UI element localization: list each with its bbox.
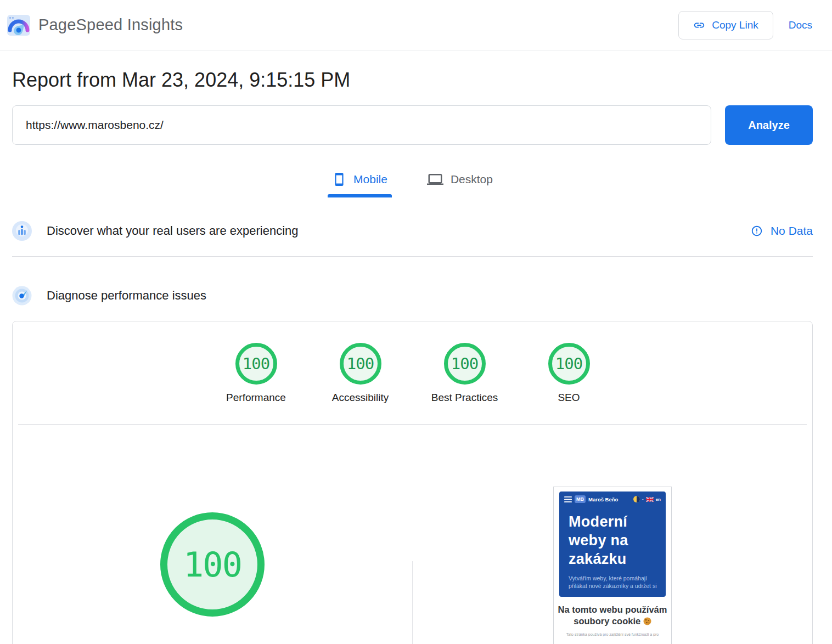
no-data-label: No Data <box>771 224 813 238</box>
toggle-separator: - <box>642 496 644 502</box>
gauge-seo[interactable]: 100 SEO <box>517 343 621 404</box>
copy-link-button[interactable]: Copy Link <box>678 11 773 39</box>
category-scores-row: 100 Performance 100 Accessibility 100 Be… <box>13 321 812 404</box>
score-value: 100 <box>347 354 374 373</box>
real-users-icon <box>12 221 32 241</box>
link-icon <box>693 19 705 31</box>
score-value: 100 <box>243 354 269 373</box>
gauge-circle: 100 <box>340 343 381 385</box>
thumb-hero-subtitle: Vytvářím weby, které pomáhají přilákat n… <box>564 574 661 590</box>
thumb-hero-card: MB Maroš Beňo - <box>559 492 666 597</box>
field-data-title: Discover what your real users are experi… <box>47 224 299 238</box>
gauge-circle: 100 <box>235 343 277 385</box>
final-screenshot-thumbnail[interactable]: MB Maroš Beňo - <box>553 487 672 644</box>
results-card: 100 Performance 100 Accessibility 100 Be… <box>12 321 813 644</box>
thumb-cookie-fine-print: Tato stránka používá pro zajištění své f… <box>554 632 671 636</box>
lab-data-title: Diagnose performance issues <box>47 289 206 303</box>
overall-score-value: 100 <box>183 545 241 585</box>
screenshot-panel: MB Maroš Beňo - <box>413 425 812 644</box>
report-page: Report from Mar 23, 2024, 9:15:15 PM Ana… <box>12 69 813 644</box>
score-value: 100 <box>555 354 582 373</box>
cookie-icon <box>643 617 651 625</box>
thumb-brand-name: Maroš Beňo <box>588 496 618 502</box>
device-tabs: Mobile Desktop <box>12 170 813 197</box>
score-label: Best Practices <box>431 392 498 404</box>
docs-link[interactable]: Docs <box>789 19 812 31</box>
score-label: SEO <box>558 392 580 404</box>
thumb-cookie-heading: Na tomto webu používám soubory cookie <box>554 597 671 627</box>
gauge-performance[interactable]: 100 Performance <box>204 343 308 404</box>
score-label: Performance <box>226 392 286 404</box>
score-label: Accessibility <box>332 392 389 404</box>
mb-logo-badge: MB <box>575 495 586 503</box>
overall-score-panel: 100 <box>13 425 412 644</box>
tab-desktop[interactable]: Desktop <box>423 170 497 197</box>
score-value: 100 <box>451 354 478 373</box>
tab-mobile-label: Mobile <box>353 173 387 186</box>
field-data-section: Discover what your real users are experi… <box>12 221 813 257</box>
overall-score-gauge: 100 <box>160 512 265 617</box>
tab-desktop-label: Desktop <box>451 173 493 186</box>
diagnose-gauge-icon <box>12 286 32 306</box>
url-row: Analyze <box>12 105 813 145</box>
report-title: Report from Mar 23, 2024, 9:15:15 PM <box>12 69 813 92</box>
thumb-nav-bar: MB Maroš Beňo - <box>564 495 661 503</box>
url-input[interactable] <box>12 105 711 145</box>
app-title: PageSpeed Insights <box>38 16 183 34</box>
thumb-hero-title: Moderní weby na zakázku <box>564 512 661 568</box>
no-data-status: No Data <box>751 224 813 238</box>
lab-data-section: Diagnose performance issues <box>12 286 813 306</box>
performance-detail-row: 100 MB Maroš Beňo <box>13 425 812 644</box>
thumb-lang-label: en <box>656 497 661 502</box>
uk-flag-icon <box>646 497 654 502</box>
gauge-circle: 100 <box>548 343 590 385</box>
hamburger-menu-icon <box>564 496 572 502</box>
gauge-circle: 100 <box>444 343 486 385</box>
smartphone-icon <box>332 172 346 187</box>
top-app-bar: PageSpeed Insights Copy Link Docs <box>0 0 832 50</box>
gauge-accessibility[interactable]: 100 Accessibility <box>308 343 413 404</box>
copy-link-label: Copy Link <box>712 19 758 31</box>
analyze-button[interactable]: Analyze <box>725 105 813 145</box>
thumb-nav-right: - en <box>633 496 661 502</box>
tab-mobile[interactable]: Mobile <box>328 170 392 197</box>
laptop-icon <box>427 171 443 188</box>
theme-toggle-icon <box>633 496 640 502</box>
gauge-best-practices[interactable]: 100 Best Practices <box>413 343 517 404</box>
pagespeed-logo-icon <box>7 13 31 37</box>
pagespeed-home-link[interactable]: PageSpeed Insights <box>7 13 183 37</box>
topbar-actions: Copy Link Docs <box>678 11 812 39</box>
info-icon[interactable] <box>751 225 763 237</box>
